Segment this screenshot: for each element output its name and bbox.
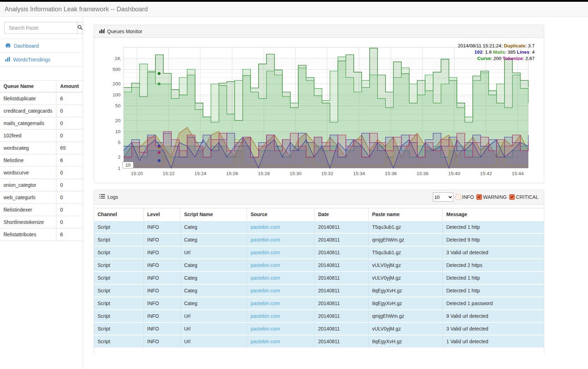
x-axis-tick: 15:42 (480, 171, 492, 176)
legend-series-name: Curve (477, 56, 490, 61)
chart-legend-line: Curve: 200 Tokenize: 2.67 (458, 55, 535, 62)
tracker-dot-curve (158, 83, 160, 85)
queue-name-cell: 102feed (0, 130, 57, 142)
source-link[interactable]: pastebin.com (251, 313, 280, 319)
x-axis-tick: 15:36 (385, 171, 397, 176)
source-link[interactable]: pastebin.com (251, 237, 280, 243)
logs-cell-message: Detected 1 http (443, 272, 544, 284)
queues-monitor-chart[interactable]: 1K50020010050201052115:2015:2215:2415:26… (99, 42, 539, 181)
logs-cell-level: INFO (143, 284, 180, 297)
logs-cell-channel: Script (94, 335, 143, 347)
y-axis-tick: 200 (112, 81, 120, 87)
queue-row: mails_categemails0 (0, 117, 83, 130)
filter-checkbox-warning[interactable]: ✔ (476, 194, 482, 200)
queue-row: filelistduplicate6 (0, 92, 83, 105)
page-title: Analysis Information Leak framework -- D… (0, 6, 148, 13)
logs-cell-script: Categ (180, 297, 247, 310)
logs-row: ScriptINFOUrlpastebin.com20140811qmjgEhW… (94, 310, 544, 322)
source-link[interactable]: pastebin.com (251, 250, 280, 255)
source-link[interactable]: pastebin.com (251, 262, 280, 268)
logs-cell-paste: vULV0yjM.gz (368, 259, 442, 272)
logs-row: ScriptINFOCategpastebin.com20140811T5qu3… (94, 221, 544, 233)
logs-body: ChannelLevelScript NameSourceDatePaste n… (94, 204, 544, 347)
logs-cell-level: INFO (143, 259, 180, 272)
queue-name-cell: wordscurve (0, 167, 57, 179)
queue-amount-cell: 65 (57, 142, 83, 154)
queue-table: Queue NameAmount filelistduplicate6credi… (0, 80, 83, 241)
y-axis-tick: 20 (115, 118, 120, 123)
logs-cell-source: pastebin.com (247, 335, 314, 347)
logs-cell-message: 3 Valid url detected (443, 322, 544, 335)
sidebar-item-label: WordsTrendings (13, 57, 51, 63)
queue-name-cell: mails_categemails (0, 117, 57, 130)
logs-cell-message: Detected 2 https (443, 259, 544, 272)
logs-cell-script: Categ (180, 284, 247, 297)
logs-cell-date: 20140811 (314, 221, 369, 233)
logs-cell-date: 20140811 (314, 272, 369, 284)
queue-amount-cell: 0 (57, 191, 83, 204)
logs-cell-script: Url (180, 335, 247, 347)
logs-cell-date: 20140811 (314, 297, 369, 310)
logs-cell-level: INFO (143, 221, 180, 233)
logs-cell-channel: Script (94, 310, 143, 322)
sidebar-item-wordstrendings[interactable]: WordsTrendings (0, 53, 83, 67)
source-link[interactable]: pastebin.com (251, 224, 280, 230)
x-axis-tick: 15:40 (448, 171, 460, 176)
queue-name-cell: filelistline (0, 154, 57, 167)
filter-warning: ✔WARNING (476, 194, 507, 200)
logs-page-size-select[interactable]: 10 (433, 192, 453, 202)
logs-row: ScriptINFOUrlpastebin.com201408118qEgyXv… (94, 335, 544, 347)
source-link[interactable]: pastebin.com (251, 275, 280, 281)
logs-title-text: Logs (107, 194, 118, 200)
tracker-dot-mails (158, 72, 160, 75)
queues-monitor-heading: Queues Monitor (94, 25, 544, 38)
search-button[interactable] (77, 22, 83, 34)
logs-cell-date: 20140811 (314, 310, 369, 322)
logs-cell-source: pastebin.com (247, 233, 314, 246)
logs-cell-script: Categ (180, 272, 247, 284)
search-icon (77, 25, 83, 31)
y-axis-tick: 10 (115, 129, 120, 134)
logs-cell-script: Url (180, 310, 247, 322)
source-link[interactable]: pastebin.com (251, 326, 280, 332)
chart-legend-line: 2014/08/11 15:21:24: Duplicate: 3.7 (458, 43, 535, 49)
tracker-dot-tokenize (158, 151, 160, 154)
queues-monitor-title-text: Queues Monitor (107, 29, 142, 34)
x-axis-tick: 15:26 (226, 171, 238, 176)
queue-amount-cell: 0 (57, 204, 83, 216)
bar-chart-icon (99, 28, 105, 34)
queue-name-cell: filelistattributes (0, 228, 57, 241)
queue-row: creditcard_categcards0 (0, 105, 83, 117)
filter-label: CRITICAL (516, 194, 539, 200)
logs-col-header: Source (247, 208, 314, 221)
x-axis-tick: 15:20 (131, 171, 143, 176)
x-axis-tick: 15:32 (321, 171, 333, 176)
logs-cell-message: Detected 1 http (443, 221, 544, 233)
filter-checkbox-critical[interactable]: ✔ (509, 194, 515, 200)
legend-series-value: : 385 (505, 49, 517, 55)
queue-row: filelistline6 (0, 154, 83, 167)
source-link[interactable]: pastebin.com (251, 288, 280, 293)
x-axis-tick: 15:24 (194, 171, 206, 176)
logs-cell-paste: T5qu3ub1.gz (368, 221, 442, 233)
logs-title: Logs (99, 194, 118, 200)
queue-row: wordscurve0 (0, 167, 83, 179)
legend-datetime: 2014/08/11 15:21:24: (458, 43, 504, 48)
logs-cell-channel: Script (94, 272, 143, 284)
sidebar-item-dashboard[interactable]: Dashboard (0, 39, 83, 53)
logs-cell-date: 20140811 (314, 335, 369, 347)
source-link[interactable]: pastebin.com (251, 339, 280, 344)
search-input[interactable] (4, 22, 77, 34)
logs-cell-paste: 8qEgyXvH.gz (368, 335, 442, 347)
queue-row: filelistindexer0 (0, 204, 83, 216)
log-level-filters: INFO✔WARNING✔CRITICAL (455, 194, 539, 200)
logs-cell-date: 20140811 (314, 259, 369, 272)
logs-cell-level: INFO (143, 272, 180, 284)
source-link[interactable]: pastebin.com (251, 300, 280, 306)
logs-cell-date: 20140811 (314, 233, 369, 246)
filter-critical: ✔CRITICAL (509, 194, 539, 200)
filter-checkbox-info[interactable] (455, 194, 461, 200)
queue-name-cell: creditcard_categcards (0, 105, 57, 117)
logs-cell-message: Detected 9 http (443, 233, 544, 246)
logs-cell-script: Categ (180, 221, 247, 233)
